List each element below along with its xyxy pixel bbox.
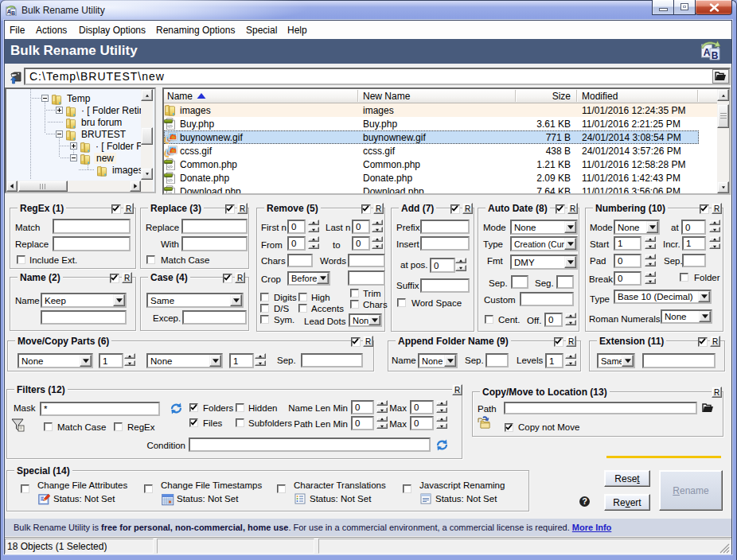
svg-text:A: A (704, 47, 711, 58)
svg-text:B: B (11, 10, 15, 16)
svg-text:B: B (712, 50, 719, 61)
